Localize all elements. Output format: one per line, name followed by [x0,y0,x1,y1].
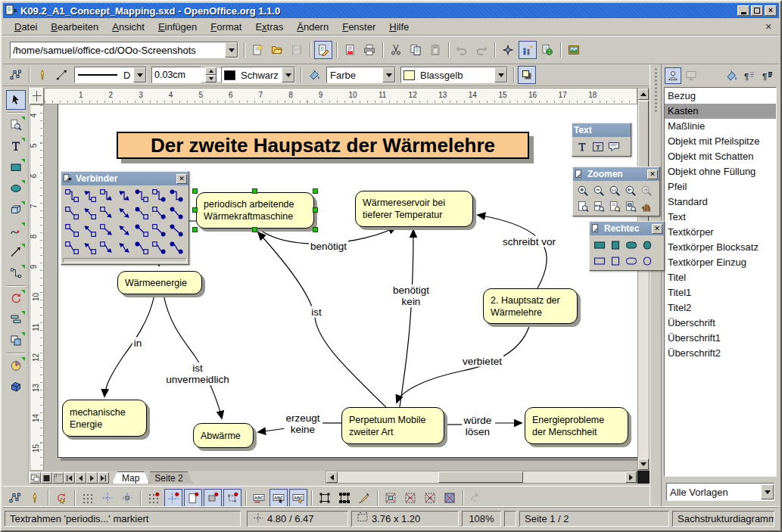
edit-points-button[interactable] [7,66,25,84]
zoom-out-button[interactable] [590,182,606,198]
page-tab-seite-2[interactable]: Seite 2 [145,471,192,484]
connector-step-variant-3-button[interactable] [98,187,115,204]
connector-step-variant-6-button[interactable] [150,187,167,204]
close-palette-icon[interactable]: ✕ [176,174,187,184]
first-page-button[interactable] [64,472,75,484]
vertical-ruler[interactable]: 456789101112131415 [30,104,44,471]
arrow-style-button[interactable] [53,66,71,84]
line-style-dropdown-button[interactable] [133,67,146,82]
scroll-right-button[interactable] [625,471,637,483]
ellipse-tool[interactable] [6,179,26,198]
connector-label[interactable]: in [132,338,144,349]
lines-arrows-tool[interactable] [6,242,26,262]
square-outline-button[interactable] [607,253,623,269]
horizontal-ruler[interactable]: 123456789101112131415161718 [44,88,637,104]
rotate-tool[interactable] [6,288,26,308]
style-item-standard[interactable]: Standard [665,194,776,210]
export-pdf-button[interactable] [341,41,359,59]
style-item-objekt-ohne-f-llung[interactable]: Objekt ohne Füllung [665,164,776,179]
style-item-kasten[interactable]: Kasten [665,104,776,119]
connector-label[interactable]: benötigt [309,241,348,252]
menu-fenster[interactable]: Fenster [335,20,382,34]
connector-zig-variant-2-button[interactable] [80,204,98,222]
text-palette-titlebar[interactable]: Text [572,123,631,137]
contour-mode-button[interactable] [401,489,419,507]
hyperlink-bar-button[interactable] [538,41,556,59]
concept-node[interactable]: 2. Hauptsatz derWärmelehre [483,288,578,324]
style-item-titel2[interactable]: Titel2 [665,300,776,316]
minimize-button[interactable] [737,5,749,16]
zoom-in-button[interactable] [575,182,590,198]
3d-controller-tool[interactable] [6,377,26,397]
connector-curve-variant-2-button[interactable] [80,239,98,257]
next-page-button[interactable] [86,472,98,484]
style-filter-dropdown-button[interactable] [761,484,774,499]
line-style-combo[interactable]: D [74,67,147,83]
connector-curve-variant-6-button[interactable] [150,239,167,257]
selection-handle[interactable] [313,207,318,213]
style-item-bezug[interactable]: Bezug [665,89,776,104]
concept-node[interactable]: Abwärme [193,423,254,448]
menu-einfgen[interactable]: Einfügen [151,20,204,34]
spin-up-button[interactable] [205,67,217,75]
gallery-button[interactable] [565,41,583,59]
style-item-text[interactable]: Text [665,210,776,225]
selection-handle[interactable] [192,188,198,194]
connector-curve-variant-4-button[interactable] [115,239,132,257]
rotation-mode-button[interactable] [52,489,70,507]
line-dialog-button[interactable] [33,66,51,84]
previous-page-button[interactable] [75,472,86,484]
zoom-palette-titlebar[interactable]: Zoomen ✕ [573,167,659,181]
connector-label[interactable]: erzeugtkeine [284,412,321,435]
selection-handle[interactable] [313,227,318,232]
large-handles-button[interactable] [335,489,354,507]
connector-zig-variant-1-button[interactable] [63,204,80,222]
edit-points-mode-button[interactable] [6,489,24,507]
diagram-title[interactable]: Der zweite Haupsatz der Wärmelehre [117,132,529,159]
style-item--berschrift1[interactable]: Überschrift1 [665,331,776,346]
connector-label[interactable]: ist [310,306,323,318]
style-item-objekt-mit-schatten[interactable]: Objekt mit Schatten [665,149,776,164]
guides-when-moving-button[interactable] [118,489,136,507]
snap-to-page-margins-button[interactable] [184,489,202,507]
close-palette-icon[interactable]: ✕ [647,170,658,179]
close-document-icon[interactable]: ✕ [762,21,774,33]
zoom-object-button[interactable] [622,198,638,214]
scroll-up-button[interactable] [638,89,649,100]
connector-line-variant-5-button[interactable] [132,222,150,239]
zoom-optimal-button[interactable] [606,198,622,214]
layer-view-button[interactable] [52,472,64,484]
show-grid-button[interactable] [79,489,97,507]
snap-to-snap-lines-button[interactable] [164,489,182,507]
alignment-tool[interactable] [6,310,26,329]
insert-tool[interactable] [6,356,26,375]
style-item-textk-rper-blocksatz[interactable]: Textkörper Blocksatz [665,240,776,255]
selection-handle[interactable] [192,227,198,232]
connector-curve-variant-5-button[interactable] [132,239,150,257]
selection-handle[interactable] [313,188,318,194]
panel-splitter[interactable] [650,64,662,507]
graphics-styles-button[interactable] [665,67,681,84]
connector-line-variant-6-button[interactable] [150,222,167,239]
concept-node[interactable]: mechanischeEnergie [62,400,147,437]
pan-button[interactable] [638,198,654,214]
snap-to-object-border-button[interactable] [204,489,222,507]
connector-curve-variant-1-button[interactable] [63,239,80,257]
connector-step-variant-5-button[interactable] [132,187,150,204]
fit-text-frame-button[interactable]: T [590,138,606,154]
rectangle-tool[interactable] [6,157,26,177]
concept-node[interactable]: Perpetuum Mobilezweiter Art [341,407,444,444]
connector-line-variant-2-button[interactable] [80,222,98,239]
connector-curve-variant-3-button[interactable] [98,239,115,257]
rounded-rectangle-filled-button[interactable] [623,237,639,253]
connector-line-variant-7-button[interactable] [167,222,185,239]
zoom-previous-button[interactable] [622,182,638,198]
double-click-to-edit-text-button[interactable]: ABC [289,489,307,507]
connector-step-variant-7-button[interactable] [167,187,185,204]
fill-color-combo[interactable]: Blassgelb [400,67,508,83]
snap-to-grid-button[interactable] [145,489,163,507]
rectangle-outline-button[interactable] [591,253,607,269]
open-button[interactable] [268,41,286,59]
connector-line-variant-3-button[interactable] [98,222,115,239]
url-dropdown-button[interactable] [225,42,238,58]
